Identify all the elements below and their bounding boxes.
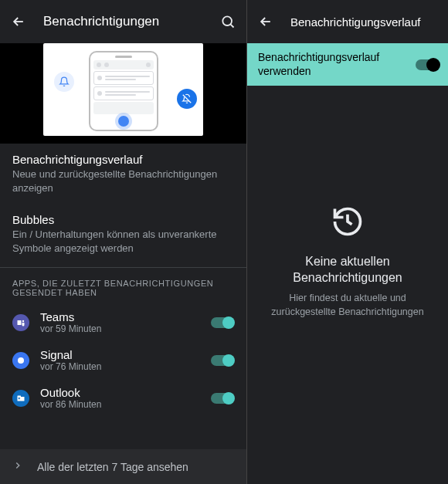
notifications-settings-panel: Benachrichtigungen Benachrichtigungsverl… — [0, 0, 247, 484]
setting-bubbles[interactable]: Bubbles Ein / Unterhaltungen können als … — [0, 204, 246, 264]
setting-title: Bubbles — [12, 213, 234, 226]
banner-label: Benachrichtigungsverlauf verwenden — [258, 51, 411, 78]
app-subtext: vor 59 Minuten — [40, 323, 200, 334]
svg-point-5 — [18, 397, 20, 399]
chevron-right-icon — [12, 460, 23, 473]
use-history-banner[interactable]: Benachrichtigungsverlauf verwenden — [247, 43, 448, 86]
app-row-signal[interactable]: Signal vor 76 Minuten — [0, 341, 246, 379]
toggle-switch[interactable] — [211, 393, 234, 404]
see-all-last-7-days[interactable]: Alle der letzten 7 Tage ansehen — [0, 449, 246, 484]
appbar-left: Benachrichtigungen — [0, 0, 246, 43]
app-subtext: vor 86 Minuten — [40, 399, 200, 410]
footer-link-label: Alle der letzten 7 Tage ansehen — [37, 461, 188, 473]
setting-subtitle: Ein / Unterhaltungen können als unverank… — [12, 228, 234, 255]
outlook-icon — [12, 390, 29, 407]
section-header-recent-apps: APPS, DIE ZULETZT BENACHRICHTIGUNGEN GES… — [0, 268, 246, 303]
toggle-switch[interactable] — [211, 317, 234, 328]
empty-state: Keine aktuellen Benachrichtigungen Hier … — [247, 86, 448, 484]
svg-point-0 — [222, 16, 232, 25]
bell-icon — [54, 72, 74, 92]
search-icon[interactable] — [219, 12, 237, 31]
appbar-right: Benachrichtigungsverlauf — [247, 0, 448, 43]
signal-icon — [12, 352, 29, 369]
bell-off-icon — [177, 89, 197, 109]
svg-point-2 — [22, 320, 25, 322]
empty-subtitle: Hier findest du aktuelle und zurückgeste… — [266, 292, 429, 319]
toggle-switch[interactable] — [416, 59, 439, 70]
setting-subtitle: Neue und zurückgestellte Benachrichtigun… — [12, 168, 234, 195]
phone-mockup — [89, 51, 158, 131]
history-icon — [331, 205, 365, 242]
app-row-teams[interactable]: Teams vor 59 Minuten — [0, 303, 246, 341]
back-icon[interactable] — [256, 12, 275, 31]
hero-illustration — [0, 43, 246, 144]
page-title: Benachrichtigungsverlauf — [290, 15, 439, 29]
notification-history-panel: Benachrichtigungsverlauf Benachrichtigun… — [247, 0, 448, 484]
app-row-outlook[interactable]: Outlook vor 86 Minuten — [0, 379, 246, 417]
app-name: Teams — [40, 310, 200, 323]
empty-title: Keine aktuellen Benachrichtigungen — [266, 254, 429, 286]
app-name: Signal — [40, 348, 200, 361]
teams-icon — [12, 314, 29, 331]
app-name: Outlook — [40, 386, 200, 399]
svg-point-3 — [18, 357, 24, 364]
back-icon[interactable] — [9, 12, 28, 31]
setting-title: Benachrichtigungsverlauf — [12, 153, 234, 166]
setting-notification-history[interactable]: Benachrichtigungsverlauf Neue und zurück… — [0, 144, 246, 204]
page-title: Benachrichtigungen — [43, 14, 203, 29]
svg-rect-1 — [18, 320, 22, 325]
toggle-switch[interactable] — [211, 355, 234, 366]
app-subtext: vor 76 Minuten — [40, 361, 200, 372]
